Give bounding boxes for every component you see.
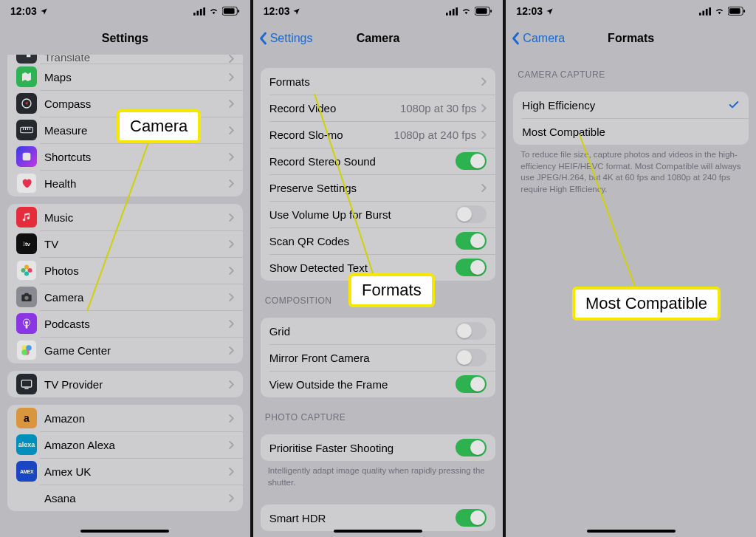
amazon-icon: a — [16, 408, 37, 428]
format-option-most-compatible[interactable]: Most Compatible — [513, 118, 749, 145]
chevron-right-icon — [481, 77, 487, 86]
toggle[interactable] — [456, 205, 487, 223]
chevron-right-icon — [228, 440, 234, 450]
format-option-high-efficiency[interactable]: High Efficiency — [513, 92, 749, 118]
settings-row-amazon[interactable]: aAmazon — [7, 405, 243, 431]
row-label: Camera — [44, 291, 228, 304]
row-label: Grid — [269, 325, 456, 338]
row-value: 1080p at 240 fps — [394, 129, 477, 141]
section-header: PHOTO CAPTURE — [253, 397, 504, 427]
row-preserve-settings[interactable]: Preserve Settings — [261, 174, 496, 201]
svg-rect-27 — [476, 8, 487, 13]
row-prioritise-faster-shooting[interactable]: Prioritise Faster Shooting — [261, 434, 496, 461]
row-label: High Efficiency — [522, 99, 728, 112]
settings-row-camera[interactable]: Camera — [7, 284, 243, 310]
settings-group: TV Provider — [7, 371, 243, 397]
photos-icon — [16, 260, 37, 281]
chevron-right-icon — [228, 99, 234, 109]
settings-row-music[interactable]: Music — [7, 204, 243, 230]
row-view-outside-the-frame[interactable]: View Outside the Frame — [261, 371, 496, 397]
chevron-right-icon — [228, 293, 234, 302]
chevron-right-icon — [228, 380, 234, 389]
svg-rect-0 — [193, 13, 196, 16]
toggle[interactable] — [456, 232, 487, 250]
health-icon — [16, 173, 37, 194]
page-title: Settings — [0, 32, 250, 45]
location-icon — [546, 7, 554, 16]
row-label: Photos — [44, 264, 228, 277]
row-record-slo-mo[interactable]: Record Slo-mo1080p at 240 fps — [261, 121, 496, 148]
settings-group: MusictvTVPhotosCameraPodcastsGame Cente… — [7, 204, 243, 363]
settings-row-maps[interactable]: Maps — [7, 64, 243, 90]
chevron-right-icon — [228, 467, 234, 476]
settings-group: aAmazonalexaAmazon AlexaAMEXAmex UKAsana — [7, 405, 243, 511]
settings-row-amazon-alexa[interactable]: alexaAmazon Alexa — [7, 431, 243, 458]
svg-rect-31 — [706, 8, 708, 15]
row-label: Measure — [44, 124, 228, 137]
settings-row-photos[interactable]: Photos — [7, 257, 243, 284]
svg-rect-28 — [491, 10, 492, 13]
camera-group: Prioritise Faster Shooting — [261, 434, 496, 461]
row-label: View Outside the Frame — [269, 378, 456, 391]
camera-icon — [16, 287, 37, 307]
settings-row-amex-uk[interactable]: AMEXAmex UK — [7, 458, 243, 485]
toggle[interactable] — [456, 322, 487, 340]
camera-settings-list[interactable]: FormatsRecord Video1080p at 30 fpsRecord… — [253, 68, 504, 537]
camera-group: GridMirror Front CameraView Outside the … — [261, 318, 496, 397]
svg-rect-2 — [200, 8, 202, 15]
statusbar: 12:03 — [253, 0, 504, 22]
toggle[interactable] — [456, 439, 487, 456]
toggle[interactable] — [456, 375, 487, 393]
settings-list[interactable]: TranslateMapsCompassMeasureShortcutsHeal… — [0, 55, 250, 511]
chevron-right-icon — [228, 55, 234, 64]
home-indicator[interactable] — [334, 530, 422, 533]
row-use-volume-up-for-burst[interactable]: Use Volume Up for Burst — [261, 201, 496, 228]
row-formats[interactable]: Formats — [261, 68, 496, 95]
svg-point-13 — [21, 268, 26, 273]
toggle[interactable] — [456, 349, 487, 366]
settings-row-game-center[interactable]: Game Center — [7, 337, 243, 363]
tv-icon: tv — [16, 233, 37, 254]
row-label: Mirror Front Camera — [269, 352, 456, 364]
settings-row-shortcuts[interactable]: Shortcuts — [7, 143, 243, 170]
phone-formats: 12:03 Camera Formats CAMERA CAPTURE High… — [506, 0, 756, 537]
settings-group: TranslateMapsCompassMeasureShortcutsHeal… — [7, 55, 243, 196]
chevron-right-icon — [228, 126, 234, 135]
chevron-right-icon — [228, 239, 234, 249]
settings-row-health[interactable]: Health — [7, 170, 243, 196]
row-smart-hdr[interactable]: Smart HDR — [261, 504, 496, 531]
settings-row-tv[interactable]: tvTV — [7, 230, 243, 257]
measure-icon — [16, 120, 37, 140]
battery-icon — [728, 7, 746, 16]
row-label: TV — [44, 238, 228, 250]
home-indicator[interactable] — [80, 530, 169, 533]
wifi-icon — [208, 7, 219, 16]
row-record-video[interactable]: Record Video1080p at 30 fps — [261, 95, 496, 121]
row-mirror-front-camera[interactable]: Mirror Front Camera — [261, 344, 496, 371]
settings-row-measure[interactable]: Measure — [7, 117, 243, 143]
settings-row-tv-provider[interactable]: TV Provider — [7, 371, 243, 397]
row-show-detected-text[interactable]: Show Detected Text — [261, 254, 496, 281]
settings-row-podcasts[interactable]: Podcasts — [7, 310, 243, 337]
settings-row-compass[interactable]: Compass — [7, 90, 243, 117]
alexa-icon: alexa — [16, 434, 37, 455]
row-grid[interactable]: Grid — [261, 318, 496, 344]
row-record-stereo-sound[interactable]: Record Stereo Sound — [261, 148, 496, 174]
row-label: Amex UK — [44, 465, 228, 478]
toggle[interactable] — [456, 259, 487, 276]
row-label: Shortcuts — [44, 151, 228, 163]
row-label: Record Stereo Sound — [269, 155, 456, 168]
settings-row-asana[interactable]: Asana — [7, 485, 243, 511]
row-label: Most Compatible — [522, 126, 740, 138]
home-indicator[interactable] — [587, 530, 676, 533]
row-label: Use Volume Up for Burst — [269, 208, 456, 221]
row-label: Asana — [44, 492, 228, 504]
svg-rect-9 — [23, 153, 31, 161]
settings-row-translate[interactable]: Translate — [7, 55, 243, 64]
toggle[interactable] — [456, 152, 487, 170]
row-label: Show Detected Text — [269, 261, 456, 274]
toggle[interactable] — [456, 509, 487, 527]
section-footer: To reduce file size, capture photos and … — [506, 145, 756, 198]
chevron-right-icon — [228, 179, 234, 188]
row-scan-qr-codes[interactable]: Scan QR Codes — [261, 228, 496, 254]
